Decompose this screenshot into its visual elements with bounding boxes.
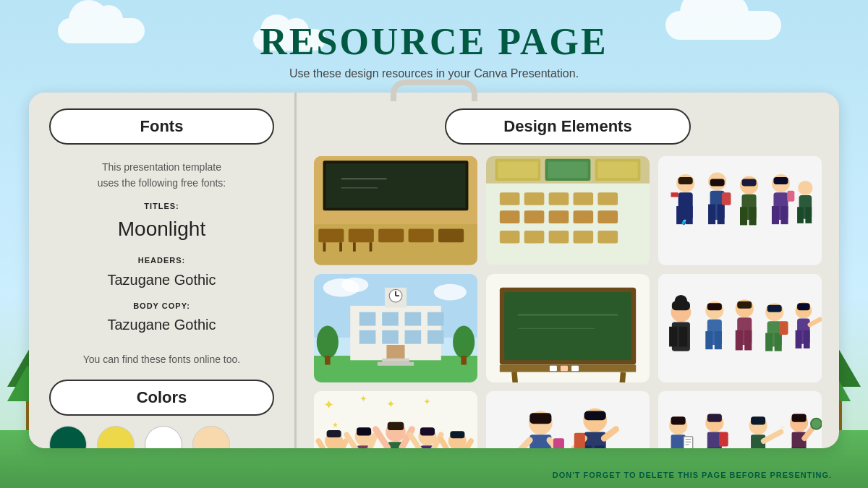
- svg-rect-55: [749, 207, 757, 225]
- svg-rect-172: [529, 413, 551, 424]
- svg-rect-9: [409, 228, 434, 242]
- image-students-group: [658, 274, 822, 383]
- fonts-footer-text: You can find these fonts online too.: [49, 354, 274, 365]
- svg-rect-99: [571, 365, 579, 371]
- svg-rect-35: [549, 231, 569, 244]
- svg-point-110: [675, 295, 688, 308]
- svg-rect-7: [349, 228, 374, 242]
- svg-rect-66: [805, 207, 812, 223]
- svg-point-70: [341, 278, 369, 292]
- left-panel: Fonts This presentation template uses th…: [29, 93, 297, 448]
- swatch-white: #FFFFFF: [145, 426, 182, 448]
- fonts-description: This presentation template uses the foll…: [49, 159, 274, 336]
- colors-section: Colors #025941 #EDD84A #FFFFFF #F8D9AD: [49, 380, 274, 448]
- svg-rect-56: [742, 179, 757, 186]
- svg-rect-130: [804, 330, 810, 348]
- svg-rect-181: [574, 433, 585, 448]
- svg-rect-114: [715, 331, 722, 349]
- svg-rect-22: [597, 162, 637, 179]
- svg-rect-79: [382, 330, 399, 343]
- svg-rect-196: [707, 414, 722, 422]
- svg-rect-120: [737, 301, 752, 308]
- main-panel: Fonts This presentation template uses th…: [29, 93, 839, 448]
- right-panel: Design Elements: [297, 93, 839, 448]
- swatch-peach: #F8D9AD: [192, 426, 230, 448]
- svg-rect-108: [679, 326, 687, 346]
- fonts-desc-line1: This presentation template: [102, 161, 221, 173]
- image-classroom-bright: [486, 156, 650, 265]
- svg-rect-26: [574, 192, 594, 205]
- svg-text:★: ★: [332, 421, 339, 429]
- fonts-section-header: Fonts: [49, 108, 274, 145]
- svg-point-211: [811, 419, 822, 429]
- svg-rect-28: [500, 210, 520, 223]
- svg-rect-11: [323, 242, 326, 252]
- svg-rect-88: [325, 356, 331, 365]
- color-circle-green: [49, 426, 87, 448]
- svg-rect-14: [370, 242, 373, 252]
- image-classroom-dark: [314, 156, 477, 265]
- svg-rect-208: [799, 448, 806, 448]
- svg-rect-3: [326, 163, 465, 208]
- svg-rect-126: [779, 321, 788, 335]
- svg-rect-77: [427, 312, 444, 325]
- svg-rect-65: [797, 207, 804, 223]
- svg-rect-180: [584, 411, 606, 421]
- svg-rect-197: [719, 432, 728, 447]
- svg-rect-48: [708, 205, 715, 225]
- svg-rect-92: [378, 361, 414, 365]
- svg-rect-118: [736, 330, 743, 350]
- svg-rect-62: [787, 191, 794, 202]
- svg-rect-195: [715, 448, 721, 448]
- color-circle-white: [145, 426, 182, 448]
- svg-rect-187: [671, 416, 686, 424]
- briefcase-handle: [391, 80, 477, 101]
- svg-rect-173: [553, 439, 564, 448]
- svg-rect-143: [327, 430, 341, 437]
- image-students-walking: 🧳: [658, 156, 822, 265]
- color-swatches-container: #025941 #EDD84A #FFFFFF #F8D9AD: [49, 426, 274, 448]
- headers-font-name: Tazugane Gothic: [49, 268, 274, 291]
- svg-rect-12: [339, 242, 342, 252]
- svg-rect-113: [705, 331, 712, 349]
- svg-rect-27: [597, 192, 618, 205]
- page-title: RESOURCE PAGE: [0, 20, 868, 63]
- design-elements-header: Design Elements: [445, 108, 691, 145]
- svg-point-87: [317, 325, 339, 358]
- svg-rect-101: [620, 372, 626, 382]
- svg-rect-81: [427, 330, 444, 343]
- svg-rect-82: [386, 345, 404, 360]
- svg-rect-25: [549, 192, 569, 205]
- svg-rect-125: [767, 304, 782, 312]
- color-circle-yellow: [97, 426, 135, 448]
- svg-rect-10: [438, 228, 464, 242]
- titles-label: TITLES:: [49, 200, 274, 213]
- svg-rect-163: [450, 432, 464, 439]
- svg-rect-76: [405, 312, 422, 325]
- svg-rect-32: [597, 210, 618, 223]
- colors-label: Colors: [137, 388, 187, 406]
- svg-rect-23: [500, 192, 520, 205]
- titles-font-name: Moonlight: [49, 213, 274, 246]
- svg-rect-13: [353, 242, 356, 252]
- svg-rect-123: [765, 333, 773, 351]
- svg-rect-61: [773, 177, 788, 184]
- image-grid: 🧳: [314, 156, 822, 448]
- svg-rect-177: [595, 446, 605, 448]
- svg-rect-21: [548, 162, 587, 179]
- svg-rect-95: [504, 292, 631, 360]
- svg-rect-78: [359, 330, 376, 343]
- page-subtitle: Use these design resources in your Canva…: [0, 67, 868, 80]
- svg-rect-60: [780, 206, 788, 224]
- svg-rect-148: [357, 428, 371, 436]
- svg-rect-36: [574, 231, 594, 244]
- svg-rect-30: [549, 210, 569, 223]
- swatch-green: #025941: [49, 426, 87, 448]
- colors-section-header: Colors: [49, 380, 274, 416]
- fonts-label: Fonts: [140, 117, 184, 135]
- svg-rect-24: [524, 192, 545, 205]
- svg-rect-33: [500, 231, 520, 244]
- svg-rect-37: [597, 231, 618, 244]
- svg-rect-107: [669, 326, 677, 346]
- image-students-couple: [486, 391, 650, 448]
